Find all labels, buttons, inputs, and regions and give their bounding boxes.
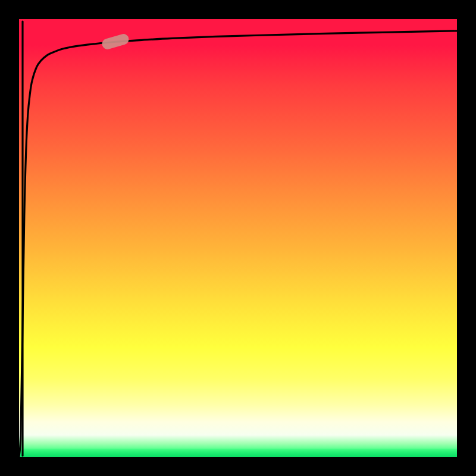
bottleneck-curve [19, 31, 457, 457]
watermark-text: TheBottleneck.com [357, 1, 471, 17]
chart-canvas: TheBottleneck.com [0, 0, 476, 476]
plot-area [19, 19, 457, 457]
curve-layer [19, 19, 457, 457]
